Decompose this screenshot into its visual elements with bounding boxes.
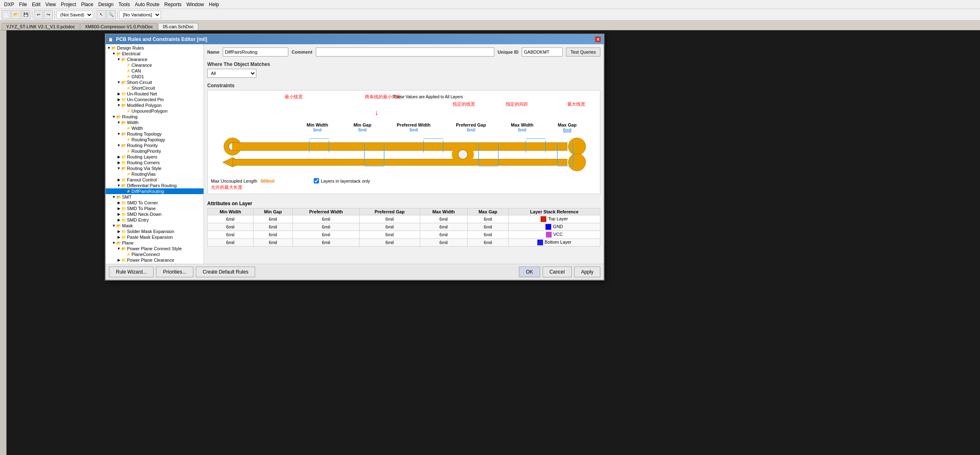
table-cell[interactable]: 6mil bbox=[467, 239, 509, 247]
tree-item-fanout-control[interactable]: ▶📁Fanout Control bbox=[106, 177, 204, 183]
tree-item-routing-layers[interactable]: ▶📁Routing Layers bbox=[106, 154, 204, 160]
tree-item-clearance[interactable]: ⚡Clearance bbox=[106, 62, 204, 68]
tree-item-smt[interactable]: ▼📂SMT bbox=[106, 194, 204, 200]
table-cell[interactable]: 6mil bbox=[293, 223, 360, 231]
tab-pcbdoc1[interactable]: YJYZ_ST-LINK V2-1_V1.0.pcbdoc bbox=[2, 23, 79, 30]
tree-expander[interactable]: ▶ bbox=[116, 206, 121, 211]
tree-item-mask[interactable]: ▼📂Mask bbox=[106, 223, 204, 229]
name-input[interactable] bbox=[223, 48, 288, 57]
tree-expander[interactable]: ▶ bbox=[116, 235, 121, 239]
tree-item-smd-to-corner[interactable]: ▶📁SMD To Corner bbox=[106, 200, 204, 206]
layers-only-checkbox[interactable] bbox=[314, 178, 319, 183]
tree-expander[interactable]: ▼ bbox=[116, 143, 121, 147]
tree-item-solder-mask-expansion[interactable]: ▶📁Solder Mask Expansion bbox=[106, 229, 204, 234]
tree-expander[interactable]: ▼ bbox=[111, 195, 116, 199]
toolbar-open-btn[interactable]: 📂 bbox=[11, 10, 20, 19]
tree-expander[interactable]: ▼ bbox=[116, 57, 121, 61]
tree-item-routing-via-style[interactable]: ▼📂Routing Via Style bbox=[106, 165, 204, 171]
table-cell[interactable]: 6mil bbox=[208, 231, 253, 239]
tree-item-routingvias[interactable]: ⚡RoutingVias bbox=[106, 171, 204, 177]
menu-design[interactable]: Design bbox=[96, 0, 116, 9]
table-cell[interactable]: 6mil bbox=[420, 231, 467, 239]
tree-expander[interactable]: ▼ bbox=[116, 247, 121, 251]
table-cell[interactable]: 6mil bbox=[360, 215, 420, 223]
tree-item-width[interactable]: ▼📂Width bbox=[106, 120, 204, 125]
tree-expander[interactable]: ▶ bbox=[116, 161, 121, 165]
table-cell[interactable]: 6mil bbox=[208, 239, 253, 247]
tree-item-clearance[interactable]: ▼📂Clearance bbox=[106, 57, 204, 62]
tree-expander[interactable]: ▶ bbox=[116, 97, 121, 102]
tree-item-modified-polygon[interactable]: ▼📂Modified Polygon bbox=[106, 102, 204, 108]
menu-project[interactable]: Project bbox=[59, 0, 79, 9]
table-cell[interactable]: 6mil bbox=[253, 215, 292, 223]
tree-item-gnd1[interactable]: ⚡GND1 bbox=[106, 74, 204, 79]
tree-item-power-plane-connect-style[interactable]: ▼📂Power Plane Connect Style bbox=[106, 246, 204, 251]
tree-expander[interactable]: ▼ bbox=[111, 115, 116, 119]
tree-item-routingtopology[interactable]: ⚡RoutingTopology bbox=[106, 137, 204, 143]
table-cell[interactable]: 6mil bbox=[420, 215, 467, 223]
menu-tools[interactable]: Tools bbox=[116, 0, 132, 9]
cancel-button[interactable]: Cancel bbox=[543, 267, 572, 277]
uniqueid-input[interactable] bbox=[522, 48, 563, 57]
tree-item-electrical[interactable]: ▼📂Electrical bbox=[106, 51, 204, 57]
tree-item-un-routed-net[interactable]: ▶📁Un-Routed Net bbox=[106, 91, 204, 97]
menu-autoroute[interactable]: Auto Route bbox=[132, 0, 162, 9]
tree-item-paste-mask-expansion[interactable]: ▶📁Paste Mask Expansion bbox=[106, 234, 204, 240]
tree-expander[interactable]: ▼ bbox=[116, 166, 121, 170]
tree-item-power-plane-clearance[interactable]: ▶📁Power Plane Clearance bbox=[106, 257, 204, 263]
toolbar-redo-btn[interactable]: ↪ bbox=[44, 10, 53, 19]
menu-edit[interactable]: Edit bbox=[29, 0, 43, 9]
ok-button[interactable]: OK bbox=[519, 267, 540, 277]
test-queries-button[interactable]: Test Queries bbox=[566, 48, 600, 57]
menu-reports[interactable]: Reports bbox=[162, 0, 184, 9]
priorities-button[interactable]: Priorities... bbox=[156, 267, 193, 277]
table-cell[interactable]: 6mil bbox=[293, 215, 360, 223]
menu-window[interactable]: Window bbox=[184, 0, 206, 9]
table-cell[interactable]: 6mil bbox=[208, 215, 253, 223]
tree-item-can[interactable]: ⚡CAN bbox=[106, 68, 204, 74]
tree-expander[interactable]: ▼ bbox=[116, 183, 121, 188]
table-cell[interactable]: 6mil bbox=[253, 223, 292, 231]
rule-wizard-button[interactable]: Rule Wizard... bbox=[109, 267, 154, 277]
table-cell[interactable]: 6mil bbox=[293, 231, 360, 239]
table-cell[interactable]: 6mil bbox=[420, 239, 467, 247]
tree-expander[interactable]: ▶ bbox=[116, 229, 121, 233]
menu-help[interactable]: Help bbox=[206, 0, 222, 9]
tree-expander[interactable]: ▼ bbox=[116, 120, 121, 125]
table-cell[interactable]: 6mil bbox=[467, 215, 509, 223]
tree-expander[interactable]: ▶ bbox=[116, 218, 121, 222]
tree-item-smd-to-plane[interactable]: ▶📁SMD To Plane bbox=[106, 206, 204, 211]
table-cell[interactable]: 6mil bbox=[360, 239, 420, 247]
layers-only-label[interactable]: Layers in layerstack only bbox=[314, 178, 370, 183]
tree-item-short-circuit[interactable]: ▼📂Short-Circuit bbox=[106, 79, 204, 85]
tree-expander[interactable]: ▶ bbox=[116, 212, 121, 216]
menu-place[interactable]: Place bbox=[79, 0, 96, 9]
toolbar-cursor-btn[interactable]: ↖ bbox=[97, 10, 106, 19]
table-cell[interactable]: 6mil bbox=[253, 231, 292, 239]
tree-expander[interactable]: ▼ bbox=[106, 46, 111, 50]
tree-item-un-connected-pin[interactable]: ▶📁Un-Connected Pin bbox=[106, 97, 204, 102]
toolbar-new-btn[interactable]: 📄 bbox=[2, 10, 11, 19]
table-cell[interactable]: 6mil bbox=[293, 239, 360, 247]
tree-item-unpouredpolygon[interactable]: ⚡UnpouredPolygon bbox=[106, 108, 204, 114]
table-cell[interactable]: 6mil bbox=[360, 223, 420, 231]
not-saved-dropdown[interactable]: (Not Saved) bbox=[57, 11, 93, 19]
variations-dropdown[interactable]: [No Variations] bbox=[119, 11, 161, 19]
comment-input[interactable] bbox=[316, 48, 494, 57]
table-cell[interactable]: 6mil bbox=[208, 223, 253, 231]
tree-expander[interactable]: ▶ bbox=[116, 178, 121, 182]
tree-expander[interactable]: ▼ bbox=[116, 103, 121, 107]
tree-item-differential-pairs-routing[interactable]: ▼📂Differential Pairs Routing bbox=[106, 183, 204, 188]
table-cell[interactable]: 6mil bbox=[467, 223, 509, 231]
tree-item-planeconnect[interactable]: ⚡PlaneConnect bbox=[106, 251, 204, 257]
tree-item-routing-corners[interactable]: ▶📁Routing Corners bbox=[106, 160, 204, 165]
dialog-close-button[interactable]: ✕ bbox=[595, 36, 601, 43]
tree-item-diffpairsrouting[interactable]: ⚡DiffPairsRouting bbox=[106, 188, 204, 194]
toolbar-zoom-btn[interactable]: 🔍 bbox=[106, 10, 115, 19]
menu-file[interactable]: File bbox=[17, 0, 29, 9]
table-cell[interactable]: 6mil bbox=[253, 239, 292, 247]
tree-expander[interactable]: ▼ bbox=[116, 80, 121, 84]
tree-expander[interactable]: ▼ bbox=[111, 52, 116, 56]
toolbar-save-btn[interactable]: 💾 bbox=[21, 10, 30, 19]
tab-compressor[interactable]: XM600-Compressor-V1.0.PcbDoc bbox=[80, 23, 157, 30]
